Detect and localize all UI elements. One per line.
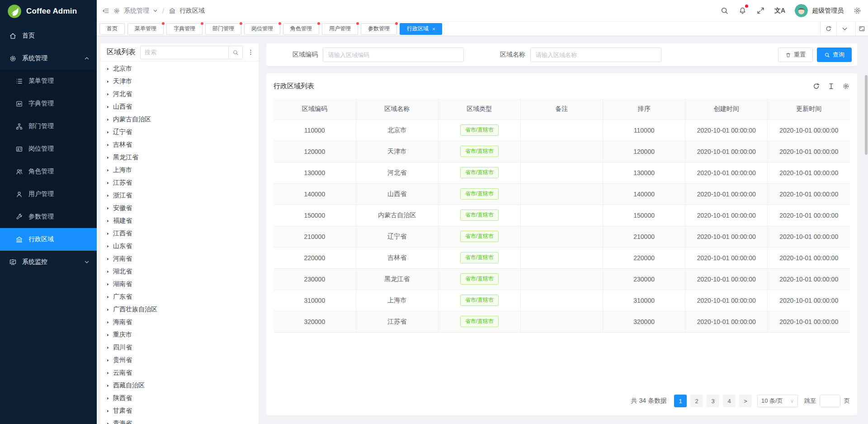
- tree-item[interactable]: 江西省: [100, 227, 259, 240]
- sidebar-item-menu-mgmt[interactable]: 菜单管理: [0, 70, 97, 92]
- tree-item[interactable]: 青海省: [100, 417, 259, 424]
- caret-right-icon[interactable]: [106, 282, 110, 286]
- tree-item[interactable]: 河北省: [100, 88, 259, 100]
- tree-item[interactable]: 陕西省: [100, 392, 259, 405]
- caret-right-icon[interactable]: [106, 80, 110, 84]
- caret-right-icon[interactable]: [106, 181, 110, 185]
- caret-right-icon[interactable]: [106, 270, 110, 274]
- table-refresh-icon[interactable]: [812, 82, 820, 90]
- caret-right-icon[interactable]: [106, 371, 110, 375]
- sidebar-item-user-mgmt[interactable]: 用户管理: [0, 183, 97, 205]
- query-button[interactable]: 查询: [817, 48, 852, 62]
- region-code-input[interactable]: [323, 48, 464, 62]
- tab-menu-mgmt[interactable]: 菜单管理: [127, 23, 164, 35]
- content-fullscreen-icon[interactable]: [855, 22, 868, 36]
- caret-right-icon[interactable]: [106, 308, 110, 312]
- page-button[interactable]: 2: [690, 395, 703, 407]
- tree-item[interactable]: 浙江省: [100, 189, 259, 202]
- caret-right-icon[interactable]: [106, 320, 110, 324]
- sidebar-item-post-mgmt[interactable]: 岗位管理: [0, 138, 97, 160]
- tree-item[interactable]: 湖北省: [100, 265, 259, 278]
- translate-icon[interactable]: 文A: [774, 7, 785, 15]
- page-button[interactable]: 1: [674, 395, 687, 407]
- fold-sidebar-icon[interactable]: [102, 7, 109, 14]
- caret-right-icon[interactable]: [106, 118, 110, 122]
- tabs-menu-chevron-icon[interactable]: [836, 22, 853, 36]
- tree-item[interactable]: 山西省: [100, 100, 259, 113]
- sidebar-item-dept-mgmt[interactable]: 部门管理: [0, 115, 97, 138]
- jump-page-input[interactable]: [820, 395, 840, 407]
- tree-search-input[interactable]: [140, 46, 228, 59]
- page-scrollbar[interactable]: [865, 75, 868, 155]
- region-name-input[interactable]: [530, 48, 661, 62]
- caret-right-icon[interactable]: [106, 206, 110, 210]
- tree-item[interactable]: 广西壮族自治区: [100, 303, 259, 316]
- tab-close-icon[interactable]: ×: [432, 26, 435, 32]
- caret-right-icon[interactable]: [106, 143, 110, 147]
- caret-right-icon[interactable]: [106, 295, 110, 299]
- app-logo[interactable]: Coffee Admin: [0, 0, 97, 23]
- page-button[interactable]: 4: [723, 395, 736, 407]
- tree-item[interactable]: 辽宁省: [100, 126, 259, 138]
- page-button[interactable]: 3: [707, 395, 719, 407]
- tree-item[interactable]: 河南省: [100, 252, 259, 265]
- search-icon[interactable]: [720, 6, 729, 15]
- tree-item[interactable]: 重庆市: [100, 329, 259, 341]
- tree-item[interactable]: 天津市: [100, 75, 259, 88]
- tree-item[interactable]: 广东省: [100, 291, 259, 303]
- caret-right-icon[interactable]: [106, 105, 110, 109]
- reset-button[interactable]: 重置: [778, 48, 813, 62]
- tab-role-mgmt[interactable]: 角色管理: [283, 23, 319, 35]
- caret-right-icon[interactable]: [106, 168, 110, 172]
- sidebar-item-system-monitor[interactable]: 系统监控: [0, 251, 97, 273]
- caret-right-icon[interactable]: [106, 358, 110, 362]
- tab-dict-mgmt[interactable]: 字典管理: [166, 23, 203, 35]
- row-density-icon[interactable]: [827, 82, 835, 90]
- sidebar-item-system-mgmt[interactable]: 系统管理: [0, 47, 97, 70]
- page-size-select[interactable]: 10 条/页 ∨: [757, 395, 798, 407]
- tree-item[interactable]: 内蒙古自治区: [100, 113, 259, 126]
- caret-right-icon[interactable]: [106, 257, 110, 261]
- tree-item[interactable]: 海南省: [100, 316, 259, 329]
- refresh-icon[interactable]: [820, 22, 836, 36]
- caret-right-icon[interactable]: [106, 384, 110, 388]
- caret-right-icon[interactable]: [106, 244, 110, 248]
- caret-right-icon[interactable]: [106, 396, 110, 400]
- breadcrumb-parent[interactable]: 系统管理: [124, 7, 149, 15]
- caret-right-icon[interactable]: [106, 232, 110, 236]
- sidebar-item-param-mgmt[interactable]: 参数管理: [0, 205, 97, 228]
- caret-right-icon[interactable]: [106, 333, 110, 337]
- tree-item[interactable]: 北京市: [100, 62, 259, 75]
- tree-search-button[interactable]: [228, 46, 243, 59]
- tab-param-mgmt[interactable]: 参数管理: [361, 23, 397, 35]
- tree-item[interactable]: 吉林省: [100, 138, 259, 151]
- tab-admin-region[interactable]: 行政区域×: [400, 23, 442, 35]
- tab-user-mgmt[interactable]: 用户管理: [322, 23, 358, 35]
- tree-item[interactable]: 上海市: [100, 164, 259, 176]
- tree-item[interactable]: 江苏省: [100, 176, 259, 189]
- caret-right-icon[interactable]: [106, 422, 110, 424]
- sidebar-item-dict-mgmt[interactable]: 字典管理: [0, 92, 97, 115]
- user-menu[interactable]: 超级管理员: [795, 4, 844, 17]
- caret-right-icon[interactable]: [106, 156, 110, 160]
- sidebar-item-role-mgmt[interactable]: 角色管理: [0, 160, 97, 183]
- settings-gear-icon[interactable]: [853, 6, 862, 15]
- caret-right-icon[interactable]: [106, 409, 110, 413]
- tree-item[interactable]: 湖南省: [100, 278, 259, 291]
- tree-item[interactable]: 贵州省: [100, 354, 259, 367]
- tree-item[interactable]: 西藏自治区: [100, 379, 259, 392]
- tree-item[interactable]: 黑龙江省: [100, 151, 259, 164]
- tab-dept-mgmt[interactable]: 部门管理: [205, 23, 241, 35]
- caret-right-icon[interactable]: [106, 92, 110, 96]
- tree-item[interactable]: 甘肃省: [100, 405, 259, 417]
- tree-item[interactable]: 四川省: [100, 341, 259, 354]
- tree-item[interactable]: 福建省: [100, 214, 259, 227]
- tab-post-mgmt[interactable]: 岗位管理: [244, 23, 280, 35]
- caret-right-icon[interactable]: [106, 219, 110, 223]
- tree-item[interactable]: 安徽省: [100, 202, 259, 214]
- caret-right-icon[interactable]: [106, 130, 110, 134]
- bell-icon[interactable]: [738, 6, 747, 15]
- sidebar-item-admin-region[interactable]: 行政区域: [0, 228, 97, 251]
- tree-item[interactable]: 云南省: [100, 367, 259, 379]
- fullscreen-icon[interactable]: [756, 6, 765, 15]
